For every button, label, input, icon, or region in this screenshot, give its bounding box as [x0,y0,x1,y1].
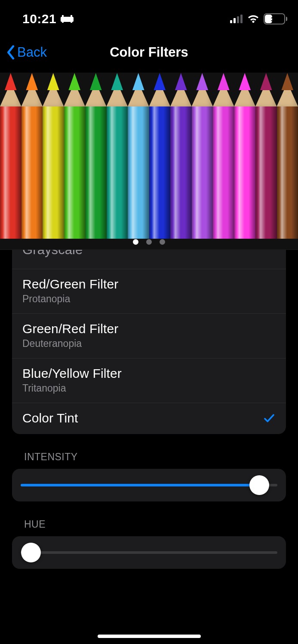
pencil [22,73,43,239]
pencil [149,73,171,239]
pencil [192,73,213,239]
pencil [255,73,277,239]
hue-slider-wrap [12,536,286,569]
nav-bar: Back Color Filters [0,32,298,73]
page-dots[interactable] [0,237,298,247]
pencil [234,73,256,239]
svg-rect-6 [240,15,243,23]
filter-option-title: Green/Red Filter [22,322,118,336]
filter-option[interactable]: Green/Red FilterDeuteranopia [12,314,286,358]
page-dot[interactable] [160,239,165,245]
pencils-row [0,73,298,239]
slider-thumb[interactable] [21,543,41,562]
filter-option[interactable]: Blue/Yellow FilterTritanopia [12,358,286,403]
svg-rect-4 [233,18,236,23]
filter-option-title: Grayscale [22,250,83,258]
svg-rect-1 [62,15,64,23]
pencil [107,73,128,239]
pencil [128,73,149,239]
pencil [0,73,22,239]
svg-rect-3 [230,20,232,23]
intensity-header: INTENSITY [24,451,286,463]
pencil [43,73,64,239]
wifi-icon [247,15,259,23]
filter-options-group: GrayscaleRed/Green FilterProtanopiaGreen… [12,250,286,434]
checkmark-icon [263,412,276,425]
hue-slider[interactable] [21,543,277,562]
color-filter-preview[interactable] [0,73,298,250]
filter-option[interactable]: Red/Green FilterProtanopia [12,269,286,314]
slider-thumb[interactable] [249,475,269,495]
pencil [213,73,234,239]
filter-option[interactable]: Color Tint [12,403,286,434]
pencil [277,73,298,239]
filter-option[interactable]: Grayscale [12,250,286,269]
pencil [85,73,107,239]
intensity-section: INTENSITY [12,451,286,501]
pencil [170,73,192,239]
filter-option-title: Blue/Yellow Filter [22,366,122,381]
battery-indicator: 38 [264,13,285,24]
filter-option-subtitle: Deuteranopia [22,338,118,349]
filter-option-subtitle: Tritanopia [22,383,122,394]
status-bar: 10:21 [0,0,298,32]
focus-sleep-icon [61,14,74,24]
page-dot[interactable] [146,239,152,245]
status-right: 38 [230,13,285,24]
filter-option-title: Color Tint [22,411,78,425]
pencil [64,73,86,239]
hue-header: HUE [24,519,286,530]
svg-rect-2 [71,15,72,23]
chevron-left-icon [6,45,15,60]
filter-option-title: Red/Green Filter [22,277,118,292]
intensity-slider[interactable] [21,476,277,495]
hue-section: HUE [12,519,286,569]
status-time: 10:21 [22,12,56,26]
battery-percent: 38 [264,13,285,24]
back-label: Back [17,45,47,60]
home-indicator[interactable] [98,635,201,638]
svg-rect-5 [237,16,239,23]
intensity-slider-wrap [12,469,286,501]
page-dot[interactable] [133,239,138,245]
filter-option-subtitle: Protanopia [22,293,118,305]
status-left: 10:21 [22,12,74,26]
back-button[interactable]: Back [0,45,47,60]
cellular-signal-icon [230,15,243,23]
